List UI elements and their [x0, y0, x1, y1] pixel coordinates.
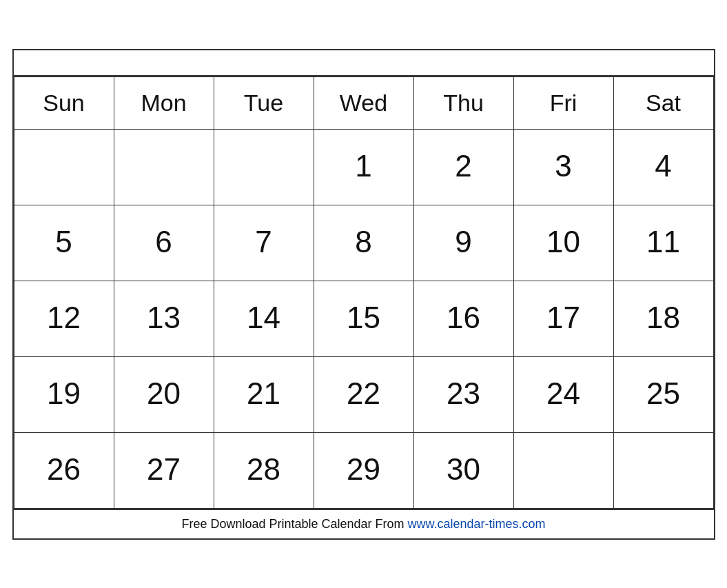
calendar-cell: 18: [613, 281, 713, 356]
calendar-cell: 9: [413, 205, 513, 281]
calendar-cell: [114, 129, 214, 205]
calendar-cell: 22: [314, 356, 413, 432]
week-row-3: 12131415161718: [14, 281, 713, 356]
calendar-cell: 15: [314, 281, 413, 356]
calendar-grid: SunMonTueWedThuFriSat 123456789101112131…: [14, 77, 714, 509]
calendar-cell: 23: [413, 356, 513, 432]
day-number: 25: [621, 376, 706, 411]
weekday-sat: Sat: [613, 77, 713, 129]
day-number: 1: [321, 149, 407, 183]
calendar-cell: 6: [114, 205, 214, 281]
calendar-header: [14, 50, 714, 77]
day-number: 23: [421, 376, 506, 411]
footer-text: Free Download Printable Calendar From ww…: [181, 517, 545, 531]
calendar-cell: 3: [513, 129, 613, 205]
day-number: 15: [321, 301, 407, 335]
calendar-cell: 8: [314, 205, 413, 281]
calendar-cell: [513, 432, 613, 508]
calendar-cell: [14, 129, 114, 205]
weekday-header-row: SunMonTueWedThuFriSat: [14, 77, 713, 129]
calendar-cell: 11: [613, 205, 713, 281]
week-row-4: 19202122232425: [14, 356, 713, 432]
day-number: 20: [121, 376, 207, 411]
calendar-cell: 2: [413, 129, 513, 205]
calendar-cell: 24: [513, 356, 613, 432]
day-number: 11: [621, 225, 706, 259]
calendar-cell: 14: [214, 281, 314, 356]
calendar-cell: [613, 432, 713, 508]
day-number: 9: [421, 225, 506, 259]
day-number: 5: [21, 225, 107, 259]
day-number: 16: [421, 301, 506, 335]
day-number: 26: [21, 452, 107, 487]
calendar-cell: 7: [214, 205, 314, 281]
calendar-cell: 27: [114, 432, 214, 508]
day-number: 21: [221, 376, 307, 411]
day-number: 30: [421, 452, 506, 487]
calendar-footer: Free Download Printable Calendar From ww…: [14, 509, 714, 538]
day-number: 7: [221, 225, 307, 259]
calendar-cell: 12: [14, 281, 114, 356]
weekday-sun: Sun: [14, 77, 114, 129]
calendar-cell: 13: [114, 281, 214, 356]
week-row-5: 2627282930: [14, 432, 713, 508]
calendar-cell: 1: [314, 129, 413, 205]
calendar-cell: 17: [513, 281, 613, 356]
day-number: 6: [121, 225, 207, 259]
calendar-cell: 29: [314, 432, 413, 508]
day-number: 8: [321, 225, 407, 259]
calendar-cell: 20: [114, 356, 214, 432]
day-number: 29: [321, 452, 407, 487]
weekday-thu: Thu: [413, 77, 513, 129]
footer-link[interactable]: www.calendar-times.com: [408, 517, 546, 531]
weekday-fri: Fri: [513, 77, 613, 129]
weekday-mon: Mon: [114, 77, 214, 129]
day-number: 19: [21, 376, 107, 411]
day-number: 27: [121, 452, 207, 487]
weekday-wed: Wed: [314, 77, 413, 129]
calendar-cell: 25: [613, 356, 713, 432]
calendar-cell: 16: [413, 281, 513, 356]
day-number: 10: [521, 225, 606, 259]
day-number: 3: [521, 149, 606, 183]
week-row-1: 1234: [14, 129, 713, 205]
day-number: 13: [121, 301, 207, 335]
weekday-tue: Tue: [214, 77, 314, 129]
calendar-cell: 28: [214, 432, 314, 508]
calendar-cell: 19: [14, 356, 114, 432]
week-row-2: 567891011: [14, 205, 713, 281]
day-number: 12: [21, 301, 107, 335]
day-number: 2: [421, 149, 506, 183]
calendar-cell: 30: [413, 432, 513, 508]
calendar-cell: 10: [513, 205, 613, 281]
day-number: 28: [221, 452, 307, 487]
day-number: 24: [521, 376, 606, 411]
day-number: 17: [521, 301, 606, 335]
calendar-cell: 4: [613, 129, 713, 205]
day-number: 4: [621, 149, 706, 183]
calendar-cell: 21: [214, 356, 314, 432]
day-number: 22: [321, 376, 407, 411]
calendar: SunMonTueWedThuFriSat 123456789101112131…: [12, 49, 715, 540]
calendar-cell: [214, 129, 314, 205]
calendar-cell: 5: [14, 205, 114, 281]
day-number: 14: [221, 301, 307, 335]
calendar-cell: 26: [14, 432, 114, 508]
day-number: 18: [621, 301, 706, 335]
